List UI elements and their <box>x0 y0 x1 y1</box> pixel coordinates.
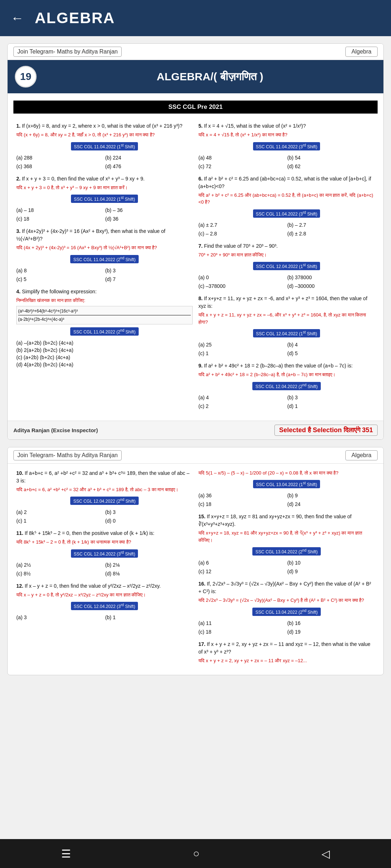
q9-shift: SSC CGL 12.04.2022 (2nd Shift) <box>252 382 320 390</box>
q15-opt-a: (a) 6 <box>198 559 286 566</box>
q10-shift: SSC CGL 12.04.2022 (2nd Shift) <box>70 497 138 505</box>
q16-opt-c: (c) 18 <box>198 628 286 635</box>
q16-options: (a) 11 (b) 16 (c) 18 (d) 19 <box>198 620 375 635</box>
q15-hindi: यदि x+y+z = 18, xyz = 81 और xy+yz+zx = 9… <box>198 529 375 544</box>
q15-opt-d: (d) 9 <box>287 568 375 575</box>
card-1-header: Join Telegram- Maths by Aditya Ranjan Al… <box>8 44 383 60</box>
q12-hindi: यदि x – y + z = 0 है, तो y²/2xz – x²/2yz… <box>16 591 193 599</box>
q14-hindi: यदि 5(1 – x/5) – (5 – x) – 1/200 of (20 … <box>198 469 375 477</box>
question-1: 1. If (x+6y) = 8, and xy = 2, where x > … <box>16 122 193 170</box>
q4-opt-b: (b) 2(a+2b) (b+2c) (4c+a) <box>16 346 193 354</box>
q4-opt-d: (d) 4(a+2b) (b+2c) (4c+a) <box>16 361 193 368</box>
questions-left-col: 1. If (x+6y) = 8, and xy = 2, where x > … <box>13 122 196 415</box>
algebra-badge-2: Algebra <box>345 450 378 460</box>
q7-shift: SSC CGL 12.04.2022 (1st Shift) <box>253 262 320 270</box>
q11-options: (a) 2½ (b) 2⅛ (c) 8½ (d) 8⅛ <box>16 561 193 577</box>
q16-hindi: यदि 2√2x³ – 3√3y³ = (√2x – √3y)(Ax² – Bx… <box>198 597 375 604</box>
q6-hindi: यदि a² + b² + c² = 6.25 और (ab+bc+ca) = … <box>198 192 375 206</box>
q8-options: (a) 25 (b) 4 (c) 1 (d) 5 <box>198 341 375 357</box>
q9-opt-a: (a) 4 <box>198 394 286 401</box>
q8-opt-d: (d) 5 <box>287 350 375 357</box>
q3-shift: SSC CGL 11.04.2022 (2nd Shift) <box>70 255 138 263</box>
q11-text: 11. If 8k⁵ + 15k³ – 2 = 0, then the posi… <box>16 529 193 537</box>
q11-opt-a: (a) 2½ <box>16 561 104 569</box>
q1-opt-c: (c) 368 <box>16 163 104 170</box>
q10-opt-b: (b) 3 <box>105 509 193 516</box>
q7-options: (a) 0 (b) 378000 (c) –378000 (d) –300000 <box>198 274 375 290</box>
q10-opt-c: (c) 1 <box>16 517 104 524</box>
q8-opt-b: (b) 4 <box>287 341 375 348</box>
q2-opt-b: (b) – 36 <box>105 207 193 214</box>
q14-opt-d: (d) 24 <box>287 501 375 508</box>
back-nav-icon[interactable]: ◁ <box>321 847 330 860</box>
q8-hindi: यदि x + y + z = 11, xy + yz + zx = –6, औ… <box>198 311 375 326</box>
q6-options: (a) ± 2.7 (b) – 2.7 (c) – 2.8 (d) ± 2.8 <box>198 221 375 237</box>
q14-opt-a: (a) 36 <box>198 492 286 499</box>
q7-opt-c: (c) –378000 <box>198 282 286 290</box>
q7-opt-d: (d) –300000 <box>287 282 375 290</box>
question-17: 17. If x + y + z = 2, xy + yz + zx = – 1… <box>198 641 375 664</box>
q14-options: (a) 36 (b) 9 (c) 18 (d) 24 <box>198 492 375 508</box>
q12-options: (a) 3 (b) 1 <box>16 614 193 621</box>
q15-text: 15. If x+y+z = 18, xyz = 81 and xy+yz+zx… <box>198 513 375 528</box>
q11-hindi: यदि 8k⁵ + 15k³ – 2 = 0 है, तो (k + 1/k) … <box>16 539 193 546</box>
question-15: 15. If x+y+z = 18, xyz = 81 and xy+yz+zx… <box>198 513 375 575</box>
menu-icon[interactable]: ☰ <box>61 847 71 860</box>
q8-text: 8. If x+y+z = 11, xy + yz + zx = -6, and… <box>198 295 375 310</box>
question-9: 9. If a² + b² + 49c² + 18 = 2 (b–28c–a) … <box>198 362 375 410</box>
q8-shift: SSC CGL 12.04.2022 (1st Shift) <box>253 329 320 337</box>
back-button[interactable]: ← <box>11 10 24 26</box>
telegram-label-2: Join Telegram- Maths by Aditya Ranjan <box>13 450 122 460</box>
card2-questions-left: 10. If a+b+c = 6, a² +b² +c² = 32 and a³… <box>13 469 196 669</box>
q10-options: (a) 2 (b) 3 (c) 1 (d) 0 <box>16 509 193 524</box>
page-title: ALGEBRA <box>35 9 115 27</box>
questions-grid-2: 10. If a+b+c = 6, a² +b² +c² = 32 and a³… <box>8 464 383 675</box>
card-1-main: 19 ALGEBRA/( बीज़गणित ) SSC CGL Pre 2021… <box>8 60 383 421</box>
q16-shift: SSC CGL 13.04.2022 (2nd Shift) <box>252 608 320 616</box>
q2-opt-a: (a) – 18 <box>16 207 104 214</box>
card-2: Join Telegram- Maths by Aditya Ranjan Al… <box>7 447 384 676</box>
q6-opt-b: (b) – 2.7 <box>287 221 375 229</box>
q6-shift: SSC CGL 11.04.2022 (3rd Shift) <box>253 209 320 218</box>
ssc-pre-header: SSC CGL Pre 2021 <box>13 101 378 114</box>
q12-opt-a: (a) 3 <box>16 614 104 621</box>
card-1-footer: Aditya Ranjan (Excise Inspector) Selecte… <box>8 421 383 439</box>
q8-opt-c: (c) 1 <box>198 350 286 357</box>
q15-options: (a) 6 (b) 10 (c) 12 (d) 9 <box>198 559 375 575</box>
q4-opt-c: (c) (a+2b) (b+2c) (4c+a) <box>16 354 193 361</box>
q1-opt-d: (d) 476 <box>105 163 193 170</box>
q3-opt-a: (a) 8 <box>16 267 104 274</box>
q1-hindi: यदि (x + 6y) = 8, और xy = 2 है, जहाँ x >… <box>16 131 193 139</box>
q1-options: (a) 288 (b) 224 (c) 368 (d) 476 <box>16 154 193 170</box>
card-1: Join Telegram- Maths by Aditya Ranjan Al… <box>7 43 384 440</box>
q5-opt-d: (d) 62 <box>287 163 375 170</box>
question-5: 5. If x = 4 + √15, what is the value of … <box>198 122 375 170</box>
q2-text: 2. If x + y + 3 = 0, then find the value… <box>16 175 193 183</box>
q2-shift: SSC CGL 11.04.2022 (1st Shift) <box>71 195 138 203</box>
q11-shift: SSC CGL 12.04.2022 (3rd Shift) <box>71 549 138 558</box>
q9-opt-b: (b) 3 <box>287 394 375 401</box>
q17-text: 17. If x + y + z = 2, xy + yz + zx = – 1… <box>198 641 375 656</box>
q1-shift: SSC CGL 11.04.2022 (1st Shift) <box>71 142 138 150</box>
questions-right-col: 5. If x = 4 + √15, what is the value of … <box>196 122 378 415</box>
question-14: यदि 5(1 – x/5) – (5 – x) – 1/200 of (20 … <box>198 469 375 508</box>
q7-opt-b: (b) 378000 <box>287 274 375 281</box>
q10-opt-a: (a) 2 <box>16 509 104 516</box>
q4-text: 4. Simplify the following expression: <box>16 288 193 295</box>
q2-opt-d: (d) 36 <box>105 215 193 222</box>
home-icon[interactable]: ○ <box>193 847 199 860</box>
q6-text: 6. If a² + b² + c² = 6.25 and (ab+bc+ca)… <box>198 175 375 190</box>
q9-opt-c: (c) 2 <box>198 403 286 410</box>
telegram-label-1: Join Telegram- Maths by Aditya Ranjan <box>13 47 122 57</box>
question-10: 10. If a+b+c = 6, a² +b² +c² = 32 and a³… <box>16 469 193 525</box>
q12-text: 12. If x – y + z = 0, then find the valu… <box>16 582 193 590</box>
q15-shift: SSC CGL 13.04.2022 (2nd Shift) <box>252 547 320 556</box>
question-3: 3. If (4x+2y)³ + (4x-2y)³ = 16 (Ax² + Bx… <box>16 227 193 283</box>
questions-grid-1: 1. If (x+6y) = 8, and xy = 2, where x > … <box>8 116 383 421</box>
q9-text: 9. If a² + b² + 49c² + 18 = 2 (b–28c–a) … <box>198 362 375 370</box>
q14-opt-c: (c) 18 <box>198 501 286 508</box>
q10-text: 10. If a+b+c = 6, a² +b² +c² = 32 and a³… <box>16 469 193 485</box>
q1-text: 1. If (x+6y) = 8, and xy = 2, where x > … <box>16 122 193 130</box>
card-1-title-section: 19 ALGEBRA/( बीज़गणित ) <box>8 60 383 93</box>
content-area: Join Telegram- Maths by Aditya Ranjan Al… <box>0 36 391 868</box>
